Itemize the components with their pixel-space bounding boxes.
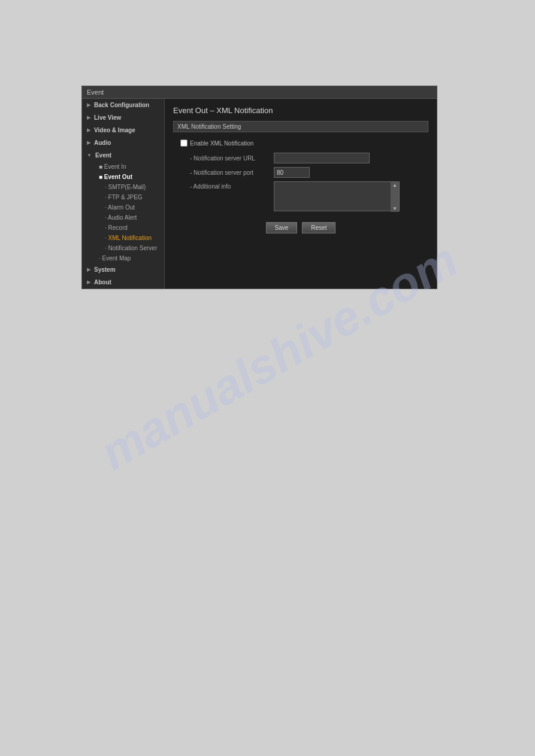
scroll-up-arrow[interactable]: ▲ [392, 182, 397, 189]
title-bar: Event [82, 86, 437, 99]
panel-title: Event Out – XML Notification [173, 106, 428, 115]
server-port-row: - Notification server port [178, 167, 424, 178]
sidebar-item-system[interactable]: ▶ System [82, 263, 164, 276]
event-label: Event [95, 152, 111, 159]
sidebar: ▶ Back Configuration ▶ Live View ▶ Video… [82, 99, 165, 289]
sidebar-item-record[interactable]: · Record [82, 223, 164, 233]
sidebar-item-back-config[interactable]: ▶ Back Configuration [82, 99, 164, 111]
server-url-label: - Notification server URL [190, 155, 274, 162]
scroll-down-arrow[interactable]: ▼ [392, 205, 397, 212]
textarea-scrollbar[interactable]: ▲ ▼ [391, 182, 399, 212]
server-url-input[interactable] [274, 153, 370, 163]
record-label: Record [108, 224, 128, 231]
sidebar-item-about[interactable]: ▶ About [82, 276, 164, 289]
event-out-label: Event Out [104, 174, 132, 180]
reset-button[interactable]: Reset [302, 222, 335, 233]
sidebar-item-ftp-jpeg[interactable]: · FTP & JPEG [82, 192, 164, 202]
event-in-bullet: ■ [99, 163, 104, 170]
additional-info-label: - Additional info [190, 181, 274, 190]
section-bar: XML Notification Setting [173, 121, 428, 132]
sidebar-item-video-image[interactable]: ▶ Video & Image [82, 124, 164, 136]
sidebar-item-audio-alert[interactable]: · Audio Alert [82, 212, 164, 223]
system-label: System [94, 266, 116, 273]
button-row: Save Reset [178, 222, 424, 233]
enable-checkbox-row: Enable XML Notification [178, 139, 424, 147]
notification-server-label: Notification Server [108, 245, 158, 251]
live-view-label: Live View [94, 114, 121, 121]
event-in-label: Event In [104, 163, 126, 170]
additional-info-row: - Additional info ▲ ▼ [178, 181, 424, 212]
server-url-row: - Notification server URL [178, 153, 424, 163]
window-title: Event [87, 89, 104, 96]
content-area: ▶ Back Configuration ▶ Live View ▶ Video… [82, 99, 437, 289]
smtp-label: SMTP(E-Mail) [108, 184, 146, 190]
additional-info-textarea[interactable] [274, 181, 400, 211]
sidebar-item-audio[interactable]: ▶ Audio [82, 136, 164, 149]
sidebar-item-event-map[interactable]: · Event Map [82, 253, 164, 263]
system-arrow: ▶ [87, 267, 90, 272]
live-view-arrow: ▶ [87, 115, 90, 120]
back-config-label: Back Configuration [94, 102, 149, 108]
sidebar-item-xml-notification[interactable]: · XML Notification [82, 233, 164, 243]
sidebar-item-live-view[interactable]: ▶ Live View [82, 111, 164, 124]
additional-info-wrapper: ▲ ▼ [274, 181, 400, 212]
sidebar-item-event-in[interactable]: ■ Event In [82, 162, 164, 172]
sidebar-item-event[interactable]: ▼ Event [82, 149, 164, 162]
save-button[interactable]: Save [266, 222, 298, 233]
about-label: About [94, 279, 111, 286]
video-image-label: Video & Image [94, 127, 135, 133]
ftp-jpeg-label: FTP & JPEG [108, 194, 143, 201]
alarm-out-label: Alarm Out [108, 204, 135, 211]
sidebar-item-alarm-out[interactable]: · Alarm Out [82, 202, 164, 212]
main-panel: Event Out – XML Notification XML Notific… [165, 99, 437, 289]
sidebar-item-smtp[interactable]: · SMTP(E-Mail) [82, 182, 164, 192]
audio-arrow: ▶ [87, 140, 90, 145]
enable-xml-label: Enable XML Notification [190, 140, 253, 147]
event-arrow: ▼ [87, 153, 92, 158]
xml-notification-label: XML Notification [108, 235, 152, 241]
enable-xml-checkbox[interactable] [180, 139, 188, 147]
server-port-label: - Notification server port [190, 169, 274, 176]
audio-label: Audio [94, 139, 111, 146]
event-map-label: Event Map [102, 255, 131, 262]
event-out-bullet: ■ [99, 174, 104, 180]
server-port-input[interactable] [274, 167, 310, 178]
main-window: Event ▶ Back Configuration ▶ Live View ▶… [81, 86, 437, 289]
sidebar-item-event-out[interactable]: ■ Event Out [82, 172, 164, 182]
audio-alert-label: Audio Alert [108, 214, 137, 221]
about-arrow: ▶ [87, 280, 90, 285]
form-area: Enable XML Notification - Notification s… [173, 139, 428, 233]
sidebar-item-notification-server[interactable]: · Notification Server [82, 243, 164, 253]
back-config-arrow: ▶ [87, 102, 90, 108]
video-image-arrow: ▶ [87, 127, 90, 133]
